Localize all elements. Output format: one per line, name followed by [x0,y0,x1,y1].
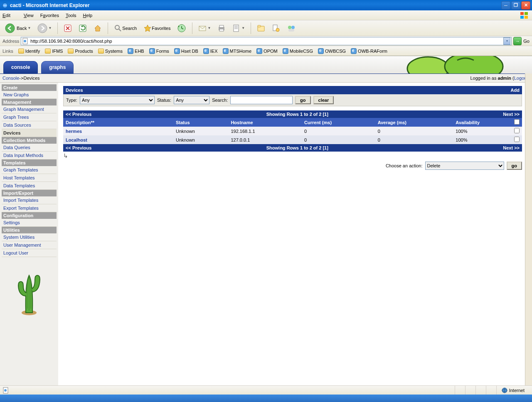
sidebar-item-import-templates[interactable]: Import Templates [2,196,57,204]
search-input[interactable] [230,96,293,104]
sidebar-item-user-management[interactable]: User Management [2,241,57,249]
action-go-button[interactable]: go [507,162,522,170]
link-forms[interactable]: Forms [148,48,171,54]
tab-console[interactable]: console [3,61,38,74]
svg-point-6 [38,24,47,33]
status-select[interactable]: Any [174,96,209,104]
link-mobilecsg[interactable]: MobileCSG [281,48,315,54]
link-products[interactable]: Products [66,49,94,54]
sidebar-item-export-templates[interactable]: Export Templates [2,204,57,212]
web-icon [256,48,262,54]
vertical-scrollbar[interactable] [525,56,532,386]
forward-button[interactable]: ▼ [35,22,54,34]
maximize-button[interactable]: ❐ [511,1,520,10]
close-button[interactable]: ✕ [521,1,530,10]
filter-row: Type: Any Status: Any Search: go clear [63,94,522,106]
folder-button[interactable] [254,22,268,34]
favorites-button[interactable]: Favorites [141,22,173,34]
menu-view[interactable]: View [24,13,34,18]
minimize-button[interactable]: ─ [501,1,510,10]
cactus-banner-art [366,56,532,74]
filter-go-button[interactable]: go [295,96,310,104]
sidebar-item-graph-management[interactable]: Graph Management [2,105,57,113]
sidebar-item-logout-user[interactable]: Logout User [2,249,57,257]
go-button[interactable]: → [513,37,522,45]
sidebar-item-graph-trees[interactable]: Graph Trees [2,113,57,121]
breadcrumb-console[interactable]: Console [2,76,19,81]
next-link[interactable]: Next >> [503,112,520,117]
refresh-button[interactable] [76,22,89,34]
mail-button[interactable]: ▼ [196,22,213,34]
sidebar-item-new-graphs[interactable]: New Graphs [2,91,57,99]
type-select[interactable]: Any [80,96,155,104]
col-status[interactable]: Status [173,118,228,127]
address-dropdown-button[interactable]: ▾ [503,37,510,45]
menu-favorites[interactable]: Favorites [40,13,59,18]
col-description[interactable]: Description** [63,118,173,127]
link-systems[interactable]: Systems [96,49,124,54]
next-link[interactable]: Next >> [503,145,520,150]
col-average[interactable]: Average (ms) [375,118,453,127]
link-owbcsg[interactable]: OWBCSG [316,48,347,54]
pager-showing: Showing Rows 1 to 2 of 2 [1] [266,112,328,117]
action-select[interactable]: Delete [425,162,504,170]
prev-link[interactable]: << Previous [66,112,91,117]
menu-tools[interactable]: Tools [66,13,76,18]
sidebar-item-host-templates[interactable]: Host Templates [2,174,57,182]
address-input-wrapper[interactable]: ▾ [21,37,512,45]
row-checkbox[interactable] [514,137,520,142]
back-button[interactable]: Back ▼ [2,22,33,34]
sidebar-item-settings[interactable]: Settings [2,219,57,227]
link-ehb[interactable]: EHB [126,48,146,54]
sidebar-item-devices[interactable]: Devices [2,129,57,137]
messenger-button[interactable] [284,22,298,34]
search-button[interactable]: Search [111,22,139,34]
svg-rect-14 [219,25,224,27]
sidebar-item-data-sources[interactable]: Data Sources [2,121,57,129]
select-all-checkbox[interactable] [514,119,520,125]
sidebar-item-graph-templates[interactable]: Graph Templates [2,166,57,174]
link-ifms[interactable]: IFMS [43,49,64,54]
edit-button[interactable]: ▼ [230,22,247,34]
print-button[interactable] [215,22,228,34]
prev-link[interactable]: << Previous [66,145,91,150]
sidebar-item-system-utilities[interactable]: System Utilities [2,233,57,241]
cell-availability: 100% [453,127,512,135]
svg-point-28 [24,40,26,42]
svg-rect-1 [520,12,524,15]
sidebar-item-data-queries[interactable]: Data Queries [2,144,57,152]
link-hsetdb[interactable]: Hset DB [172,48,200,54]
link-identify[interactable]: Identify [17,49,42,54]
tab-graphs[interactable]: graphs [41,61,74,74]
svg-line-10 [119,29,121,31]
svg-rect-4 [525,16,528,19]
link-opom[interactable]: OPOM [255,48,279,54]
link-owbraform[interactable]: OWB-RAForm [349,48,389,54]
col-current[interactable]: Current (ms) [302,118,375,127]
device-link[interactable]: hermes [66,129,82,134]
sidebar-item-data-templates[interactable]: Data Templates [2,182,57,190]
stop-button[interactable] [61,22,74,34]
menu-edit[interactable]: Edit [2,13,17,18]
tools-button[interactable] [269,22,283,34]
sidebar-cat-management: Management [2,99,57,105]
add-link[interactable]: Add [511,88,520,93]
col-hostname[interactable]: Hostname [228,118,302,127]
folder-icon [18,49,24,54]
cactus-logo-icon [12,267,46,317]
page-icon [2,387,9,394]
toolbar: Back ▼ ▼ Search Favorites ▼ ▼ [0,20,532,36]
links-bar: Links Identify IFMS Products Systems EHB… [0,46,532,56]
home-button[interactable] [91,22,104,34]
filter-clear-button[interactable]: clear [313,96,334,104]
address-input[interactable] [30,39,503,44]
sidebar-item-data-input-methods[interactable]: Data Input Methods [2,152,57,159]
svg-point-31 [445,56,503,74]
col-availability[interactable]: Availability [453,118,512,127]
menu-help[interactable]: Help [83,13,93,18]
row-checkbox[interactable] [514,128,520,133]
link-mtshome[interactable]: MTSHome [221,48,254,54]
history-button[interactable] [175,22,189,34]
link-iex[interactable]: IEX [202,48,219,54]
device-link[interactable]: Localhost [66,137,87,142]
